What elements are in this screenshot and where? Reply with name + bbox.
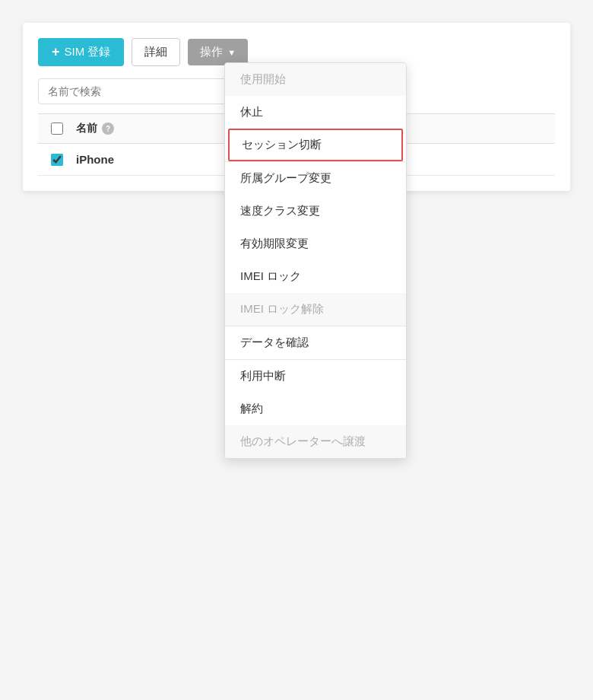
sim-register-label: SIM 登録 <box>65 45 111 59</box>
dropdown-item-cancel[interactable]: 解約 <box>225 393 406 425</box>
dropdown-item-data-confirm[interactable]: データを確認 <box>225 326 406 359</box>
dropdown-item-speed-change[interactable]: 速度クラス変更 <box>225 195 406 228</box>
dropdown-item-start-use: 使用開始 <box>225 63 406 96</box>
header-name-label: 名前 <box>76 122 97 135</box>
dropdown-item-imei-lock[interactable]: IMEI ロック <box>225 260 406 293</box>
chevron-down-icon: ▼ <box>227 48 236 57</box>
header-checkbox-col <box>38 123 76 135</box>
dropdown-item-suspend[interactable]: 休止 <box>225 96 406 129</box>
dropdown-item-suspend-use[interactable]: 利用中断 <box>225 360 406 393</box>
dropdown-item-group-change[interactable]: 所属グループ変更 <box>225 162 406 195</box>
dropdown-item-session-cut[interactable]: セッション切断 <box>228 129 403 161</box>
help-icon[interactable]: ? <box>102 123 114 135</box>
plus-icon: + <box>52 44 60 60</box>
header-checkbox[interactable] <box>51 123 63 135</box>
dropdown-item-transfer: 他のオペレーターへ譲渡 <box>225 425 406 458</box>
dropdown-item-validity-change[interactable]: 有効期限変更 <box>225 228 406 260</box>
row-name-value: iPhone <box>76 153 114 166</box>
sim-register-button[interactable]: + SIM 登録 <box>38 38 124 66</box>
detail-button[interactable]: 詳細 <box>132 38 180 66</box>
main-container: + SIM 登録 詳細 操作 ▼ 名前 ? iPhone <box>23 23 570 191</box>
dropdown-menu: 使用開始休止セッション切断所属グループ変更速度クラス変更有効期限変更IMEI ロ… <box>224 62 407 459</box>
row-checkbox-col <box>38 154 76 166</box>
dropdown-item-imei-unlock: IMEI ロック解除 <box>225 293 406 326</box>
operation-button[interactable]: 操作 ▼ <box>188 39 248 65</box>
operation-label: 操作 <box>200 45 223 59</box>
detail-label: 詳細 <box>144 45 167 58</box>
row-checkbox[interactable] <box>51 154 63 166</box>
